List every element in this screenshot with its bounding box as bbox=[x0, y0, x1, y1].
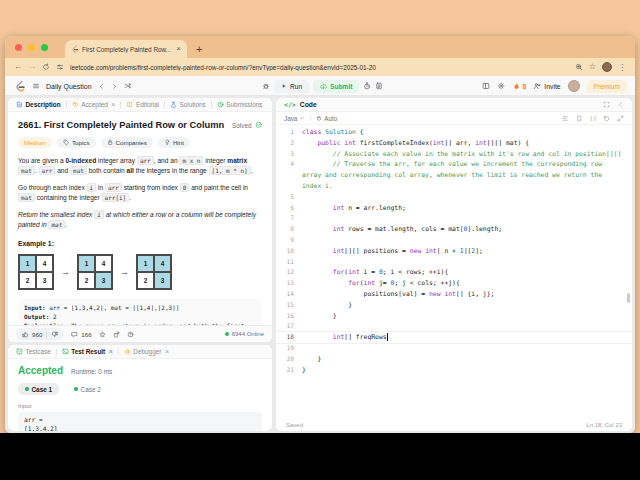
case-tab-case-2[interactable]: Case 2 bbox=[67, 383, 108, 395]
line-number: 13 bbox=[276, 278, 302, 289]
tab-close-icon[interactable]: × bbox=[111, 101, 115, 108]
tab-divider bbox=[118, 348, 119, 355]
shuffle-icon[interactable] bbox=[124, 82, 132, 90]
expand-editor-icon[interactable] bbox=[617, 115, 624, 122]
comments-button[interactable]: 166 bbox=[71, 331, 91, 338]
header-left-group: Daily Question bbox=[14, 76, 131, 96]
debug-icon[interactable] bbox=[262, 82, 270, 90]
zoom-icon[interactable] bbox=[575, 63, 583, 71]
prev-problem-icon[interactable] bbox=[98, 83, 105, 90]
input-value-box[interactable]: arr = [1,3,4,2] bbox=[18, 412, 262, 431]
tab-solutions[interactable]: Solutions bbox=[170, 101, 206, 108]
submit-button[interactable]: Submit bbox=[313, 80, 359, 93]
timer-icon[interactable] bbox=[363, 82, 371, 90]
forward-icon[interactable]: → bbox=[28, 63, 36, 71]
code-line[interactable]: 9 bbox=[276, 235, 632, 246]
notes-icon[interactable] bbox=[375, 82, 383, 90]
tab-divider bbox=[211, 101, 212, 108]
language-selector[interactable]: Java bbox=[284, 115, 305, 122]
tab-close-icon[interactable]: × bbox=[165, 348, 169, 355]
browser-profile-avatar[interactable] bbox=[602, 62, 612, 72]
scrollbar-marker[interactable] bbox=[627, 293, 630, 303]
address-bar[interactable]: leetcode.com/problems/first-completely-p… bbox=[70, 64, 569, 71]
code-line[interactable]: 10 int[][] positions = new int[ n + 1][2… bbox=[276, 246, 632, 257]
tab-editorial[interactable]: Editorial bbox=[126, 101, 159, 108]
invite-button[interactable]: Invite bbox=[533, 82, 560, 90]
code-line[interactable]: 4 // Traverse the arr, for each value we… bbox=[276, 159, 632, 170]
layout-icon[interactable] bbox=[482, 82, 490, 90]
code-text: for(int j= 0; j < cols; ++j){ bbox=[302, 278, 632, 289]
share-icon[interactable] bbox=[113, 331, 120, 338]
settings-gear-icon[interactable] bbox=[497, 82, 505, 90]
autocomplete-toggle[interactable]: Auto bbox=[316, 115, 337, 122]
case-tab-case-1[interactable]: Case 1 bbox=[18, 383, 59, 395]
code-line[interactable]: 8 int rows = mat.length, cols = mat[0].l… bbox=[276, 224, 632, 235]
badge-medium[interactable]: Medium bbox=[18, 137, 52, 148]
code-text: } bbox=[302, 354, 632, 365]
site-controls-icon[interactable] bbox=[56, 63, 64, 71]
code-area[interactable]: 1class Solution {2 public int firstCompl… bbox=[276, 125, 632, 375]
code-line[interactable]: 21} bbox=[276, 365, 632, 376]
code-line[interactable]: array and corresponding col array, whene… bbox=[276, 170, 632, 181]
clock-icon bbox=[217, 101, 224, 108]
tab-close-icon[interactable]: × bbox=[176, 45, 181, 53]
new-tab-button[interactable]: + bbox=[196, 41, 202, 58]
code-line[interactable]: 14 positions[val] = new int[] {i, j}; bbox=[276, 289, 632, 300]
problem-list-icon[interactable] bbox=[32, 82, 40, 90]
user-avatar[interactable] bbox=[568, 80, 580, 92]
streak-counter[interactable]: 8 bbox=[512, 82, 527, 91]
reset-code-icon[interactable] bbox=[603, 115, 610, 122]
tab-testcase[interactable]: Testcase bbox=[16, 348, 51, 355]
minimize-window-button[interactable] bbox=[28, 44, 35, 51]
code-line[interactable]: 19 bbox=[276, 343, 632, 354]
tab-debugger[interactable]: Debugger× bbox=[124, 348, 169, 355]
tab-description[interactable]: Description bbox=[16, 101, 61, 108]
badge-topics[interactable]: Topics bbox=[57, 137, 96, 148]
code-line[interactable]: index i. bbox=[276, 181, 632, 192]
tab-accepted[interactable]: Accepted× bbox=[72, 101, 116, 108]
code-line[interactable]: 17 bbox=[276, 321, 632, 332]
like-button[interactable]: 960 bbox=[22, 331, 42, 338]
code-line[interactable]: 18 int[] freqRows bbox=[276, 332, 632, 343]
leetcode-logo[interactable] bbox=[14, 80, 26, 92]
refresh-icon[interactable] bbox=[42, 63, 50, 71]
braces-icon[interactable]: { } bbox=[590, 115, 596, 121]
next-problem-icon[interactable] bbox=[111, 83, 118, 90]
bookmark-icon[interactable] bbox=[576, 115, 583, 122]
code-line[interactable]: 2 public int firstCompleteIndex(int[] ar… bbox=[276, 138, 632, 149]
run-label: Run bbox=[290, 83, 302, 90]
nav-label[interactable]: Daily Question bbox=[46, 83, 92, 90]
code-line[interactable]: 20 } bbox=[276, 354, 632, 365]
maximize-window-button[interactable] bbox=[41, 44, 48, 51]
badge-companies[interactable]: Companies bbox=[101, 137, 153, 148]
bookmark-star-icon[interactable]: ☆ bbox=[589, 63, 596, 71]
browser-menu-icon[interactable]: ⋮ bbox=[618, 63, 626, 72]
collapse-panel-icon[interactable] bbox=[617, 101, 624, 108]
tab-test-result[interactable]: Test Result× bbox=[62, 348, 113, 355]
code-line[interactable]: 1class Solution { bbox=[276, 127, 632, 138]
help-icon[interactable] bbox=[127, 331, 134, 338]
code-line[interactable]: 5 bbox=[276, 192, 632, 203]
tab-close-icon[interactable]: × bbox=[109, 348, 113, 355]
format-code-icon[interactable] bbox=[562, 115, 569, 122]
code-line[interactable]: 11 bbox=[276, 257, 632, 268]
close-window-button[interactable] bbox=[15, 44, 22, 51]
tab-submissions[interactable]: Submissions bbox=[217, 101, 263, 108]
code-line[interactable]: 7 bbox=[276, 213, 632, 224]
tab-divider bbox=[164, 101, 165, 108]
code-line[interactable]: 13 for(int j= 0; j < cols; ++j){ bbox=[276, 278, 632, 289]
code-line[interactable]: 15 } bbox=[276, 300, 632, 311]
thumb-down-icon[interactable] bbox=[51, 331, 58, 338]
run-button[interactable]: Run bbox=[274, 80, 309, 93]
badge-hint[interactable]: Hint bbox=[158, 137, 190, 148]
code-line[interactable]: 3 // Associate each value in the matrix … bbox=[276, 149, 632, 160]
back-icon[interactable]: ← bbox=[14, 63, 22, 71]
code-line[interactable]: 12 for(int i = 0; i < rows; ++i){ bbox=[276, 267, 632, 278]
code-line[interactable]: 6 int n = arr.length; bbox=[276, 203, 632, 214]
browser-tab[interactable]: First Completely Painted Row... × bbox=[65, 40, 187, 58]
fullscreen-icon[interactable] bbox=[603, 101, 610, 108]
code-line[interactable]: 16 } bbox=[276, 311, 632, 322]
premium-button[interactable]: Premium bbox=[587, 80, 627, 93]
streak-count: 8 bbox=[523, 83, 527, 90]
favorite-star-icon[interactable] bbox=[99, 331, 106, 338]
